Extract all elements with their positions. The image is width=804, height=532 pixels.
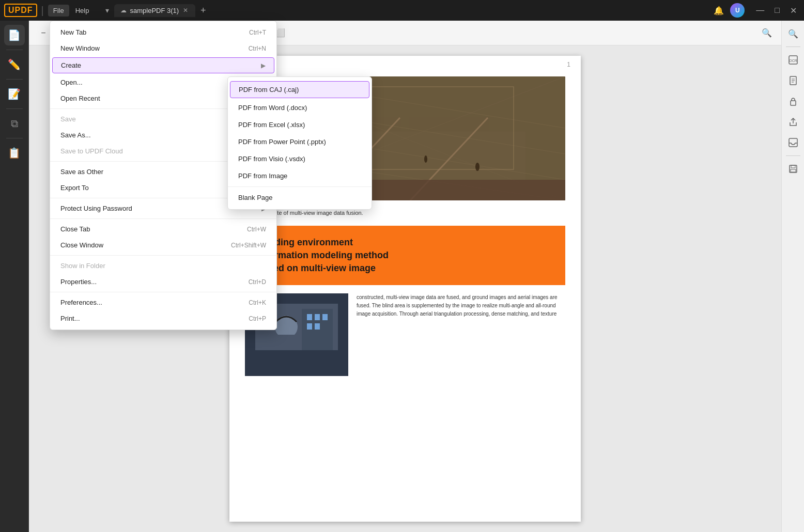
- menu-show-in-folder[interactable]: Show in Folder: [50, 258, 276, 274]
- menu-create-label: Create: [61, 61, 81, 69]
- tab-cloud-icon: ☁: [120, 7, 127, 14]
- sidebar-separator-4: [6, 138, 23, 138]
- app-logo: UPDF: [4, 4, 37, 17]
- submenu-pdf-from-word[interactable]: PDF from Word (.docx): [228, 99, 372, 116]
- menu-close-window-shortcut: Ctrl+Shift+W: [231, 242, 266, 249]
- svg-rect-14: [315, 314, 320, 320]
- tab-bar: ▾ ☁ samplePDF 3(1) ✕ +: [102, 4, 209, 17]
- sidebar-icon-organize[interactable]: ⧉: [4, 113, 25, 134]
- menu-close-tab-label: Close Tab: [60, 225, 90, 233]
- svg-rect-28: [791, 169, 796, 172]
- menu-separator-6: [50, 292, 276, 292]
- tab-close-button[interactable]: ✕: [182, 7, 189, 14]
- menu-open-recent-label: Open Recent: [60, 95, 100, 102]
- menu-show-in-folder-label: Show in Folder: [60, 262, 105, 270]
- menu-new-window-shortcut: Ctrl+N: [249, 45, 266, 52]
- submenu-blank-page[interactable]: Blank Page: [228, 189, 372, 206]
- window-controls: — □ ✕: [753, 5, 800, 17]
- tab-add-button[interactable]: +: [197, 5, 209, 16]
- menu-print-label: Print...: [60, 315, 80, 322]
- right-inbox-icon[interactable]: [784, 134, 802, 151]
- right-share-icon[interactable]: [784, 113, 802, 131]
- file-menu-trigger[interactable]: File: [48, 5, 69, 17]
- submenu-pdf-from-excel[interactable]: PDF from Excel (.xlsx): [228, 116, 372, 133]
- pdf-orange-box: Building environmentinformation modeling…: [245, 226, 565, 286]
- pdf-bottom-section: constructed, multi-view image data are f…: [245, 293, 565, 376]
- menu-preferences-shortcut: Ctrl+K: [249, 299, 266, 306]
- right-search-icon[interactable]: 🔍: [784, 25, 802, 42]
- menu-create-arrow: ▶: [261, 62, 266, 69]
- right-panel: 🔍 OCR: [781, 21, 804, 532]
- menu-bar: File Help: [48, 5, 95, 17]
- menu-new-window-label: New Window: [60, 44, 100, 52]
- menu-new-tab-label: New Tab: [60, 28, 86, 36]
- menu-preferences[interactable]: Preferences... Ctrl+K: [50, 294, 276, 310]
- pdf-bottom-text: constructed, multi-view image data are f…: [357, 293, 565, 376]
- right-separator-1: [786, 46, 800, 47]
- user-avatar[interactable]: U: [730, 3, 745, 18]
- svg-text:OCR: OCR: [789, 59, 797, 62]
- menu-print[interactable]: Print... Ctrl+P: [50, 310, 276, 326]
- title-bar: UPDF | File Help ▾ ☁ samplePDF 3(1) ✕ + …: [0, 0, 804, 21]
- search-button[interactable]: 🔍: [759, 25, 775, 41]
- right-lock-icon[interactable]: [784, 92, 802, 110]
- sidebar-separator-2: [6, 79, 23, 80]
- submenu-pdf-from-image[interactable]: PDF from Image: [228, 167, 372, 184]
- submenu-pdf-from-caj[interactable]: PDF from CAJ (.caj): [230, 81, 369, 98]
- submenu-pdf-from-visio[interactable]: PDF from Visio (.vsdx): [228, 150, 372, 167]
- svg-rect-25: [789, 138, 797, 147]
- create-submenu[interactable]: PDF from CAJ (.caj) PDF from Word (.docx…: [227, 76, 372, 210]
- right-ocr-icon[interactable]: OCR: [784, 51, 802, 69]
- left-sidebar: 📄 ✏️ 📝 ⧉ 📋: [0, 21, 29, 532]
- submenu-pdf-from-powerpoint[interactable]: PDF from Power Point (.pptx): [228, 133, 372, 150]
- tab-dropdown-arrow[interactable]: ▾: [102, 5, 112, 15]
- title-divider: |: [41, 5, 44, 17]
- sidebar-separator-3: [6, 108, 23, 109]
- maximize-button[interactable]: □: [771, 5, 783, 17]
- pdf-text-block: technical route of multi-view image data…: [245, 209, 565, 217]
- sidebar-icon-edit[interactable]: ✏️: [4, 54, 25, 75]
- svg-point-3: [424, 155, 427, 163]
- menu-properties-label: Properties...: [60, 278, 97, 286]
- menu-close-tab-shortcut: Ctrl+W: [247, 226, 266, 233]
- menu-create[interactable]: Create ▶: [52, 57, 274, 73]
- toolbar-right: 🔍: [759, 25, 775, 41]
- svg-rect-17: [315, 323, 320, 330]
- menu-new-window[interactable]: New Window Ctrl+N: [50, 40, 276, 56]
- sidebar-separator: [6, 50, 23, 50]
- menu-save-as-other-label: Save as Other: [60, 168, 103, 176]
- menu-new-tab-shortcut: Ctrl+T: [249, 29, 266, 36]
- svg-point-4: [475, 163, 480, 171]
- svg-rect-16: [307, 323, 312, 330]
- sidebar-icon-forms[interactable]: 📋: [4, 143, 25, 163]
- menu-save-label: Save: [60, 115, 76, 123]
- sidebar-icon-annotate[interactable]: 📝: [4, 84, 25, 104]
- pdf-orange-box-title: Building environmentinformation modeling…: [257, 236, 553, 275]
- menu-preferences-label: Preferences...: [60, 299, 102, 306]
- tab-item[interactable]: ☁ samplePDF 3(1) ✕: [114, 4, 195, 17]
- menu-properties[interactable]: Properties... Ctrl+D: [50, 274, 276, 290]
- close-button[interactable]: ✕: [787, 5, 800, 17]
- pdf-page-number: 1: [567, 61, 570, 68]
- menu-new-tab[interactable]: New Tab Ctrl+T: [50, 24, 276, 40]
- svg-rect-15: [322, 314, 328, 320]
- submenu-separator: [228, 186, 372, 187]
- menu-properties-shortcut: Ctrl+D: [249, 278, 266, 286]
- menu-print-shortcut: Ctrl+P: [249, 315, 266, 322]
- notifications-icon[interactable]: 🔔: [712, 4, 726, 18]
- menu-save-as-label: Save As...: [60, 131, 91, 139]
- right-extract-icon[interactable]: [784, 72, 802, 89]
- right-separator-2: [786, 155, 800, 156]
- minimize-button[interactable]: —: [753, 5, 767, 17]
- title-bar-right: 🔔 U — □ ✕: [712, 3, 800, 18]
- menu-save-cloud-label: Save to UPDF Cloud: [60, 147, 123, 155]
- menu-close-window-label: Close Window: [60, 241, 103, 249]
- menu-protect-password-label: Protect Using Password: [60, 205, 132, 212]
- menu-close-tab[interactable]: Close Tab Ctrl+W: [50, 221, 276, 237]
- menu-close-window[interactable]: Close Window Ctrl+Shift+W: [50, 237, 276, 253]
- menu-export-to-label: Export To: [60, 184, 89, 192]
- svg-rect-11: [276, 335, 297, 350]
- help-menu-trigger[interactable]: Help: [70, 5, 95, 17]
- right-save-icon[interactable]: [784, 160, 802, 178]
- sidebar-icon-reader[interactable]: 📄: [4, 25, 25, 45]
